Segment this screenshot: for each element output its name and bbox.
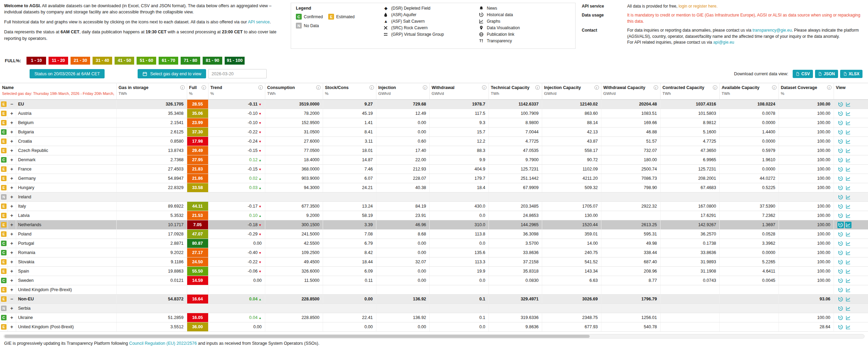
historical-data-icon[interactable] bbox=[837, 166, 844, 173]
graph-icon[interactable] bbox=[845, 129, 851, 135]
historical-data-icon[interactable] bbox=[837, 250, 844, 256]
column-header-contracted-capacity[interactable]: Contracted CapacityiTWh bbox=[660, 83, 719, 100]
historical-data-icon[interactable] bbox=[837, 315, 844, 321]
country-name-cell[interactable]: EU bbox=[16, 100, 116, 109]
historical-data-icon[interactable] bbox=[837, 203, 844, 210]
info-icon[interactable]: i bbox=[535, 85, 540, 90]
expander[interactable]: − bbox=[8, 295, 16, 304]
graph-icon[interactable] bbox=[845, 194, 851, 200]
country-name-cell[interactable]: Austria bbox=[16, 109, 116, 118]
expander[interactable]: + bbox=[8, 248, 16, 257]
full-range-71-80[interactable]: 71 - 80 bbox=[181, 57, 200, 65]
column-header-technical-capacity[interactable]: Technical CapacityiTWh bbox=[489, 83, 542, 100]
info-icon[interactable]: i bbox=[654, 85, 658, 90]
info-icon[interactable]: i bbox=[258, 85, 263, 90]
graph-icon[interactable] bbox=[845, 138, 851, 145]
column-header-injection[interactable]: InjectioniGWh/d bbox=[376, 83, 429, 100]
expander[interactable]: + bbox=[8, 211, 16, 220]
column-header-injection-capacity[interactable]: Injection CapacityiGWh/d bbox=[542, 83, 601, 100]
historical-data-icon[interactable] bbox=[837, 175, 844, 182]
scrollbar-thumb[interactable] bbox=[4, 335, 590, 338]
historical-data-icon[interactable] bbox=[837, 268, 844, 275]
expander[interactable]: + bbox=[8, 304, 16, 313]
expander[interactable]: + bbox=[8, 146, 16, 155]
country-name-cell[interactable]: Sweden bbox=[16, 276, 116, 285]
historical-data-icon[interactable] bbox=[837, 212, 844, 219]
api-service-link[interactable]: API service bbox=[248, 20, 270, 24]
expander[interactable]: + bbox=[8, 230, 16, 239]
expander[interactable]: + bbox=[8, 109, 16, 118]
country-name-cell[interactable]: Germany bbox=[16, 174, 116, 183]
full-range-11-20[interactable]: 11 - 20 bbox=[49, 57, 68, 65]
expander[interactable]: + bbox=[8, 313, 16, 322]
graph-icon[interactable] bbox=[845, 157, 851, 163]
info-icon[interactable]: i bbox=[827, 85, 832, 90]
country-name-cell[interactable]: Denmark bbox=[16, 155, 116, 165]
graph-icon[interactable] bbox=[845, 222, 851, 228]
graph-icon[interactable] bbox=[845, 110, 851, 117]
country-name-cell[interactable]: Ukraine bbox=[16, 313, 116, 322]
historical-data-icon[interactable] bbox=[837, 129, 844, 135]
info-icon[interactable]: i bbox=[316, 85, 321, 90]
country-name-cell[interactable]: Poland bbox=[16, 230, 116, 239]
expander[interactable]: + bbox=[8, 276, 16, 285]
graph-icon[interactable] bbox=[845, 203, 851, 210]
full-range-61-70[interactable]: 61 - 70 bbox=[159, 57, 178, 65]
expander[interactable]: + bbox=[8, 192, 16, 202]
status-date-button[interactable]: Status on 20/03/2026 at 6AM CET bbox=[30, 69, 105, 78]
graph-icon[interactable] bbox=[845, 277, 851, 284]
graph-icon[interactable] bbox=[845, 250, 851, 256]
historical-data-icon[interactable] bbox=[837, 305, 844, 312]
graph-icon[interactable] bbox=[845, 212, 851, 219]
download-json-button[interactable]: JSON bbox=[815, 70, 838, 78]
country-name-cell[interactable]: Bulgaria bbox=[16, 128, 116, 137]
expander[interactable]: + bbox=[8, 257, 16, 267]
historical-data-icon[interactable] bbox=[837, 277, 844, 284]
country-name-cell[interactable]: Romania bbox=[16, 248, 116, 257]
transparency-email-link[interactable]: transparency@gie.eu bbox=[752, 28, 792, 33]
info-icon[interactable]: i bbox=[180, 85, 185, 90]
expander[interactable]: + bbox=[8, 128, 16, 137]
full-range-1-10[interactable]: 1 - 10 bbox=[26, 57, 46, 65]
info-icon[interactable]: i bbox=[423, 85, 427, 90]
historical-data-icon[interactable] bbox=[837, 194, 844, 200]
country-name-cell[interactable]: Portugal bbox=[16, 239, 116, 248]
select-gas-day-button[interactable]: Select gas day end to view bbox=[138, 69, 206, 78]
column-header-dataset-coverage[interactable]: Dataset Coveragei% bbox=[779, 83, 834, 100]
historical-data-icon[interactable] bbox=[837, 259, 844, 265]
graph-icon[interactable] bbox=[845, 231, 851, 238]
country-name-cell[interactable]: United Kingdom (Pre-Brexit) bbox=[16, 285, 116, 295]
login-register-link[interactable]: login or register here. bbox=[678, 4, 717, 9]
graph-icon[interactable] bbox=[845, 175, 851, 182]
info-icon[interactable]: i bbox=[594, 85, 599, 90]
historical-data-icon[interactable] bbox=[837, 110, 844, 117]
graph-icon[interactable] bbox=[845, 120, 851, 126]
column-header-withdrawal-capacity[interactable]: Withdrawal CapacityiGWh/d bbox=[601, 83, 660, 100]
column-header-name[interactable]: NameSelected gas day: Thursday 19th Marc… bbox=[0, 83, 116, 100]
graph-icon[interactable] bbox=[845, 147, 851, 154]
council-regulation-link[interactable]: Council Regulation (EU) 2022/2576 bbox=[129, 341, 197, 346]
info-icon[interactable]: i bbox=[482, 85, 486, 90]
graph-icon[interactable] bbox=[845, 185, 851, 191]
country-name-cell[interactable]: Czech Republic bbox=[16, 146, 116, 155]
column-header-gas-in-storage[interactable]: Gas in storageiTWh bbox=[116, 83, 187, 100]
expander[interactable]: − bbox=[8, 100, 16, 109]
country-name-cell[interactable]: Serbia bbox=[16, 304, 116, 313]
country-name-cell[interactable]: Ireland bbox=[16, 192, 116, 202]
country-name-cell[interactable]: Italy bbox=[16, 202, 116, 211]
country-name-cell[interactable]: Netherlands bbox=[16, 220, 116, 230]
country-name-cell[interactable]: Belgium bbox=[16, 118, 116, 128]
country-name-cell[interactable]: Slovakia bbox=[16, 257, 116, 267]
historical-data-icon[interactable] bbox=[837, 120, 844, 126]
historical-data-icon[interactable] bbox=[837, 138, 844, 145]
expander[interactable]: + bbox=[8, 239, 16, 248]
info-icon[interactable]: i bbox=[369, 85, 374, 90]
full-range-41-50[interactable]: 41 - 50 bbox=[115, 57, 134, 65]
full-range-51-60[interactable]: 51 - 60 bbox=[137, 57, 156, 65]
historical-data-icon[interactable] bbox=[837, 157, 844, 163]
column-header-consumption[interactable]: ConsumptioniTWh bbox=[265, 83, 323, 100]
historical-data-icon[interactable] bbox=[837, 222, 844, 228]
graph-icon[interactable] bbox=[845, 305, 851, 312]
country-name-cell[interactable]: United Kingdom (Post-Brexit) bbox=[16, 322, 116, 332]
country-name-cell[interactable]: Croatia bbox=[16, 137, 116, 146]
